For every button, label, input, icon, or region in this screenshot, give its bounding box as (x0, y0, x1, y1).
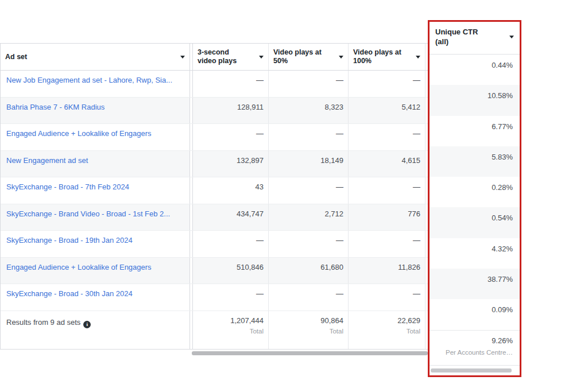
unique-ctr-value-cell: 0.54% (430, 207, 520, 238)
column-header-3-second-video-plays[interactable]: 3-second video plays (193, 44, 269, 70)
cell-video-plays-50: — (269, 231, 349, 257)
chevron-down-icon (339, 56, 343, 59)
ad-set-cell: Engaged Audience + Lookalike of Engagers (1, 258, 190, 284)
total-value: 90,864 (273, 316, 343, 325)
ad-set-cell: SkyExchange - Brand Video - Broad - 1st … (1, 204, 190, 231)
column-header-video-plays-50[interactable]: Video plays at 50% (269, 44, 349, 70)
column-header-video-plays-100[interactable]: Video plays at 100% (349, 44, 425, 70)
cell-video-plays-50: — (269, 177, 349, 204)
cell-3-second-video-plays: 434,747 (193, 204, 269, 231)
cell-3-second-video-plays: — (193, 124, 269, 150)
column-label-line2: 100% (353, 57, 401, 65)
ad-set-cell: SkyExchange - Broad - 30th Jan 2024 (1, 284, 190, 311)
cell-video-plays-100: 5,412 (349, 98, 425, 124)
ad-set-link[interactable]: New Job Engagement ad set - Lahore, Rwp,… (6, 76, 172, 84)
ad-set-cell: New Engagement ad set (1, 151, 190, 177)
total-value: 1,207,444 (198, 316, 264, 325)
column-label-line2: 50% (273, 57, 322, 65)
info-icon[interactable]: i (83, 321, 91, 328)
cell-video-plays-100: 4,615 (349, 151, 425, 177)
table-header-row: Ad set 3-second video plays Video plays … (1, 44, 428, 71)
unique-ctr-value-cell: 0.28% (430, 177, 520, 207)
table-row: SkyExchange - Broad - 7th Feb 202443—— (1, 177, 428, 204)
results-label: Results from 9 ad sets (6, 318, 80, 327)
cell-video-plays-100: — (349, 231, 425, 257)
unique-ctr-total-cell: 9.26% Per Accounts Centre… (430, 330, 520, 366)
table-row: Bahria Phase 7 - 6KM Radius128,9118,3235… (1, 98, 428, 125)
unique-ctr-value-cell: 10.58% (430, 85, 520, 115)
column-label-line1: Unique CTR (435, 27, 514, 37)
cell-video-plays-50: 61,680 (269, 258, 349, 284)
unique-ctr-value-cell: 0.44% (430, 55, 520, 85)
table-footer-row: Results from 9 ad setsi 1,207,444 Total … (1, 311, 428, 349)
column-header-unique-ctr[interactable]: Unique CTR (all) (430, 22, 520, 55)
cell-video-plays-100: 776 (349, 204, 425, 231)
cell-video-plays-50: — (269, 284, 349, 311)
total-cell-video-plays-100: 22,629 Total (349, 311, 425, 349)
ad-set-cell: SkyExchange - Broad - 19th Jan 2024 (1, 231, 190, 257)
column-label-line2: video plays (198, 57, 237, 65)
unique-ctr-value-cell: 6.77% (430, 116, 520, 146)
cell-video-plays-50: 2,712 (269, 204, 349, 231)
ad-set-link[interactable]: SkyExchange - Brand Video - Broad - 1st … (6, 209, 170, 218)
ad-set-cell: SkyExchange - Broad - 7th Feb 2024 (1, 177, 190, 204)
cell-video-plays-100: 11,826 (349, 258, 425, 284)
column-label-ad-set: Ad set (5, 53, 27, 61)
ad-set-link[interactable]: Bahria Phase 7 - 6KM Radius (6, 103, 105, 111)
total-cell-video-plays-50: 90,864 Total (269, 311, 349, 349)
table-body: New Job Engagement ad set - Lahore, Rwp,… (1, 71, 428, 311)
unique-ctr-value-cell: 5.83% (430, 146, 520, 177)
cell-video-plays-100: — (349, 284, 425, 311)
chevron-down-icon (509, 36, 514, 38)
cell-video-plays-50: — (269, 124, 349, 150)
horizontal-scrollbar[interactable] (192, 351, 428, 355)
ad-set-link[interactable]: SkyExchange - Broad - 30th Jan 2024 (6, 289, 133, 298)
table-row: SkyExchange - Broad - 19th Jan 2024——— (1, 231, 428, 258)
column-label-line1: Video plays at (353, 48, 401, 57)
unique-ctr-value-cell: 4.32% (430, 238, 520, 269)
ad-set-link[interactable]: New Engagement ad set (6, 156, 88, 165)
results-summary-cell: Results from 9 ad setsi (1, 311, 190, 349)
column-label-line1: 3-second (198, 48, 237, 57)
total-value: 9.26% (436, 336, 513, 345)
cell-video-plays-100: — (349, 124, 425, 150)
chevron-down-icon (180, 56, 185, 59)
ad-set-link[interactable]: SkyExchange - Broad - 19th Jan 2024 (6, 236, 133, 244)
cell-3-second-video-plays: — (193, 284, 269, 311)
total-sublabel: Total (198, 328, 264, 335)
total-sublabel: Total (353, 328, 420, 335)
cell-video-plays-50: 18,149 (269, 151, 349, 177)
unique-ctr-floating-column[interactable]: Unique CTR (all) 0.44%10.58%6.77%5.83%0.… (428, 20, 521, 377)
floating-column-scrollbar[interactable] (431, 368, 512, 372)
table-row: New Job Engagement ad set - Lahore, Rwp,… (1, 71, 428, 98)
cell-3-second-video-plays: 128,911 (193, 98, 269, 124)
chevron-down-icon (416, 56, 420, 59)
ad-set-cell: New Job Engagement ad set - Lahore, Rwp,… (1, 71, 190, 97)
ad-set-link[interactable]: Engaged Audience + Lookalike of Engagers (6, 129, 152, 138)
cell-video-plays-50: 8,323 (269, 98, 349, 124)
ad-set-link[interactable]: SkyExchange - Broad - 7th Feb 2024 (6, 183, 129, 191)
unique-ctr-values: 0.44%10.58%6.77%5.83%0.28%0.54%4.32%38.7… (430, 55, 520, 330)
cell-3-second-video-plays: 510,846 (193, 258, 269, 284)
ads-manager-report-view: Ad set 3-second video plays Video plays … (0, 0, 588, 392)
cell-3-second-video-plays: 43 (193, 177, 269, 204)
ad-set-cell: Bahria Phase 7 - 6KM Radius (1, 98, 190, 124)
table-row: New Engagement ad set132,89718,1494,615 (1, 151, 428, 178)
column-label-line1: Video plays at (273, 48, 322, 57)
chevron-down-icon (259, 56, 264, 59)
table-row: Engaged Audience + Lookalike of Engagers… (1, 258, 428, 285)
ad-sets-table: Ad set 3-second video plays Video plays … (0, 43, 428, 350)
unique-ctr-value-cell: 0.09% (430, 299, 520, 329)
unique-ctr-value-cell: 38.77% (430, 269, 520, 299)
total-sublabel: Total (273, 328, 343, 335)
ad-set-link[interactable]: Engaged Audience + Lookalike of Engagers (6, 263, 152, 271)
column-header-ad-set[interactable]: Ad set (1, 44, 190, 70)
ad-set-cell: Engaged Audience + Lookalike of Engagers (1, 124, 190, 150)
cell-3-second-video-plays: — (193, 231, 269, 257)
table-row: SkyExchange - Brand Video - Broad - 1st … (1, 204, 428, 231)
cell-3-second-video-plays: 132,897 (193, 151, 269, 177)
cell-3-second-video-plays: — (193, 71, 269, 97)
cell-video-plays-100: — (349, 177, 425, 204)
table-row: Engaged Audience + Lookalike of Engagers… (1, 124, 428, 151)
table-row: SkyExchange - Broad - 30th Jan 2024——— (1, 284, 428, 311)
